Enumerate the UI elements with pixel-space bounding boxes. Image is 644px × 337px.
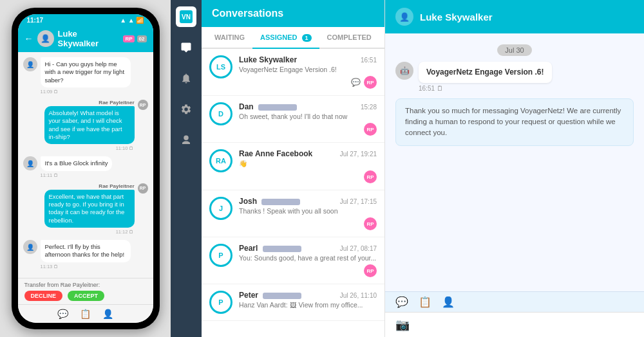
message-meta: 11:10 🗒 — [44, 145, 135, 151]
sidebar-logo: VN — [176, 6, 196, 27]
conv-content: Dan 15:28 Oh sweet, thank you! I'll do t… — [239, 102, 377, 136]
conversations-header: Conversations — [202, 0, 384, 27]
message-row: RP Rae Payleitner Absolutely! What model… — [23, 100, 148, 151]
automated-message: Thank you so much for messaging VoyagerN… — [395, 98, 634, 146]
phone-bottom-bar: 💬 📋 👤 — [18, 304, 153, 323]
conv-footer: 💬 RP — [239, 76, 377, 89]
main-msg-meta: 16:51 🗒 — [419, 85, 552, 92]
conv-preview: VoyagerNetz Engage Version .6! — [239, 66, 377, 73]
conv-preview: Hanz Van Aardt: 🖼 View from my office... — [239, 301, 377, 309]
main-input-area: 📷 — [385, 312, 644, 337]
tab-waiting-label: WAITING — [214, 33, 245, 41]
phone-time: 11:17 — [27, 17, 44, 24]
conv-avatar: J — [209, 197, 232, 220]
sidebar-item-notifications[interactable] — [176, 68, 196, 89]
conversations-title: Conversations — [212, 8, 283, 19]
phone-header: ← 👤 Luke Skywalker RP 02 — [18, 25, 153, 52]
tab-completed-label: COMPLETED — [327, 33, 372, 41]
message-row: 👤 Hi - Can you guys help me with a new t… — [23, 57, 148, 95]
person-tab-icon[interactable]: 👤 — [442, 296, 455, 308]
conv-avatar: D — [209, 102, 232, 125]
list-item[interactable]: D Dan 15:28 Oh sweet, thank you! I'll do… — [202, 96, 384, 143]
tab-waiting[interactable]: WAITING — [207, 27, 252, 48]
main-message-row: 🤖 VoyagerNetz Engage Version .6! 16:51 🗒 — [395, 62, 634, 92]
decline-button[interactable]: DECLINE — [24, 291, 63, 301]
list-item[interactable]: P Peter Jul 26, 11:10 Hanz Van Aardt: 🖼 … — [202, 284, 384, 321]
conv-time: Jul 27, 17:15 — [340, 198, 377, 205]
back-icon[interactable]: ← — [24, 33, 33, 44]
sidebar-item-profile[interactable] — [176, 130, 196, 150]
transfer-label: Transfer from Rae Payleitner: — [24, 282, 147, 288]
date-divider-text: Jul 30 — [497, 44, 531, 56]
message-content: Rae Payleitner Excellent, we have that p… — [44, 183, 135, 235]
list-item[interactable]: P Pearl Jul 27, 08:17 You: Sounds good, … — [202, 237, 384, 284]
rp-badge: RP — [364, 123, 377, 136]
clipboard-icon[interactable]: 📋 — [80, 309, 91, 319]
conv-preview: Thanks ! Speak with you all soon — [239, 207, 377, 215]
message-content: Hi - Can you guys help me with a new tri… — [41, 57, 131, 95]
message-meta: 11:11 🗒 — [41, 172, 113, 178]
bot-name: VoyagerNetz Engage Version .6! — [426, 68, 544, 77]
conv-time: 16:51 — [361, 57, 377, 64]
conv-name: Pearl — [239, 244, 301, 253]
chat-icon[interactable]: 💬 — [57, 309, 68, 319]
name-blur — [258, 104, 297, 111]
list-item[interactable]: RA Rae Anne Facebook Jul 27, 19:21 👋 RP — [202, 143, 384, 190]
conv-name: Peter — [239, 291, 301, 300]
conversations-tabs: WAITING ASSIGNED 1 COMPLETED — [202, 27, 384, 49]
main-msg-bubble: VoyagerNetz Engage Version .6! — [419, 62, 552, 83]
conv-avatar: P — [209, 244, 232, 267]
message-content: Rae Payleitner Absolutely! What model is… — [44, 100, 135, 151]
list-item[interactable]: J Josh Jul 27, 17:15 Thanks ! Speak with… — [202, 190, 384, 237]
conv-avatar: RA — [209, 149, 232, 172]
agent-badge: RP — [138, 100, 148, 110]
sender-name: Rae Payleitner — [44, 183, 135, 189]
transfer-buttons: DECLINE ACCEPT — [24, 291, 147, 301]
conv-avatar: P — [209, 291, 232, 314]
message-bubble: Hi - Can you guys help me with a new tri… — [41, 57, 131, 87]
main-chat-area: Jul 30 🤖 VoyagerNetz Engage Version .6! … — [385, 33, 644, 291]
phone-header-badges: RP 02 — [123, 35, 146, 42]
main-header-avatar: 👤 — [395, 8, 413, 26]
main-header-name: Luke Skywalker — [420, 12, 493, 23]
avatar: 👤 — [23, 57, 37, 71]
bot-time: 16:51 — [419, 85, 435, 92]
chat-tab-icon[interactable]: 💬 — [395, 296, 408, 308]
message-bubble: Perfect. I'll fly by this afternoon than… — [41, 240, 131, 262]
sidebar: VN — [171, 0, 202, 337]
avatar: 👤 — [23, 156, 37, 170]
assigned-badge: 1 — [302, 34, 312, 42]
conv-time: Jul 26, 11:10 — [340, 292, 377, 299]
conv-content: Peter Jul 26, 11:10 Hanz Van Aardt: 🖼 Vi… — [239, 291, 377, 311]
conv-footer: RP — [239, 123, 377, 136]
sidebar-item-conversations[interactable] — [176, 37, 196, 58]
date-divider: Jul 30 — [395, 44, 634, 55]
conversations-list: LS Luke Skywalker 16:51 VoyagerNetz Enga… — [202, 49, 384, 337]
conv-name: Luke Skywalker — [239, 55, 297, 64]
person-icon[interactable]: 👤 — [102, 309, 113, 319]
clipboard-tab-icon[interactable]: 📋 — [419, 296, 431, 308]
sidebar-item-settings[interactable] — [176, 99, 196, 120]
accept-button[interactable]: ACCEPT — [68, 291, 104, 301]
message-meta: 11:09 🗒 — [41, 89, 131, 95]
conv-content: Josh Jul 27, 17:15 Thanks ! Speak with y… — [239, 197, 377, 230]
phone-status-bar: 11:17 ▲ ▲ 📶 — [18, 14, 153, 25]
camera-icon[interactable]: 📷 — [395, 318, 410, 332]
rp-badge: RP — [364, 170, 377, 183]
conv-avatar: LS — [209, 55, 232, 78]
message-row: 👤 It's a Blue Glock infinity 11:11 🗒 — [23, 156, 148, 178]
name-blur — [261, 199, 300, 205]
conv-preview: 👋 — [239, 159, 377, 168]
header-avatar: 👤 — [37, 30, 54, 47]
phone-screen: 11:17 ▲ ▲ 📶 ← 👤 Luke Skywalker RP 02 👤 — [18, 14, 153, 323]
tab-assigned[interactable]: ASSIGNED 1 — [252, 27, 319, 49]
sender-name: Rae Payleitner — [44, 100, 135, 105]
tab-assigned-label: ASSIGNED — [260, 33, 297, 41]
tab-completed[interactable]: COMPLETED — [319, 27, 379, 48]
main-msg-content: VoyagerNetz Engage Version .6! 16:51 🗒 — [419, 62, 552, 92]
phone-header-name: Luke Skywalker — [58, 29, 120, 48]
list-item[interactable]: LS Luke Skywalker 16:51 VoyagerNetz Enga… — [202, 49, 384, 96]
rp-badge: RP — [364, 76, 377, 89]
conversations-panel: Conversations WAITING ASSIGNED 1 COMPLET… — [202, 0, 385, 337]
conv-footer: RP — [239, 264, 377, 277]
